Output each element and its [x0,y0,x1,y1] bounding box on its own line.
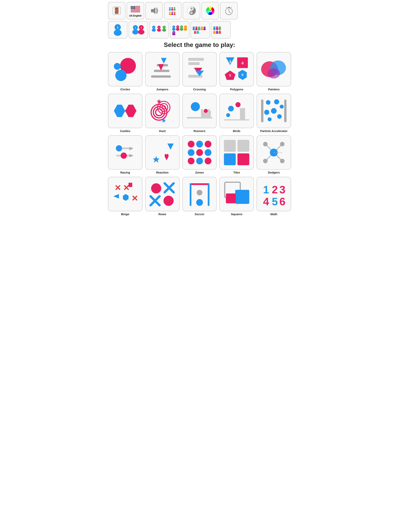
svg-point-251 [197,190,202,196]
game-item-crossing[interactable]: Crossing [182,52,217,91]
game-item-jumpers[interactable]: Jumpers [145,52,180,91]
svg-point-216 [196,141,203,147]
game-item-racing[interactable]: Racing [108,135,142,174]
colorwheel-button[interactable] [201,2,219,19]
svg-point-19 [134,7,135,7]
svg-text:6: 6 [242,73,244,77]
svg-point-38 [131,9,131,9]
game-card-rows[interactable] [145,177,180,211]
math-icon: 1 2 3 4 5 6 [260,180,288,208]
game-item-particle-accelerator[interactable]: Particle Accelerator [257,94,291,133]
game-item-soccer[interactable]: Soccer [182,177,217,216]
game-card-polygons[interactable]: 3 4 5 6 [219,52,254,86]
game-card-birds[interactable] [219,94,254,128]
svg-text:5: 5 [229,73,231,77]
game-card-particle-accelerator[interactable] [257,94,291,128]
game-item-tiles[interactable]: Tiles [219,135,254,174]
svg-point-20 [131,7,131,7]
game-item-reaction[interactable]: Reaction [145,135,180,174]
castles-icon [111,97,139,125]
game-item-rows[interactable]: Rows [145,177,180,216]
game-item-math[interactable]: 1 2 3 4 5 6 Math [257,177,291,216]
game-card-jumpers[interactable] [145,52,180,86]
game-label-math: Math [270,212,277,216]
game-card-castles[interactable] [108,94,142,128]
game-item-birds[interactable]: Birds [219,94,254,133]
svg-point-28 [134,7,134,8]
sound-button[interactable] [145,2,163,19]
svg-rect-224 [224,140,236,152]
svg-rect-8 [131,11,140,12]
game-label-hunt: Hunt [159,129,166,133]
game-item-bingo[interactable]: ✕ ✕ ✕ Bingo [108,177,142,216]
language-button[interactable]: US English [127,2,144,19]
game-item-painters[interactable]: Painters [257,52,291,91]
svg-text:3: 3 [164,26,165,28]
svg-text:6: 6 [280,196,286,208]
player-2-button[interactable]: 1 2 [129,21,148,38]
svg-marker-43 [151,7,155,14]
game-item-castles[interactable]: Castles [108,94,142,133]
yinyang-button[interactable] [183,2,200,19]
game-card-circles[interactable] [108,52,142,86]
crossing-icon [186,55,214,83]
svg-text:2: 2 [141,26,142,29]
game-card-painters[interactable] [257,52,291,86]
svg-point-66 [191,13,192,13]
game-card-crossing[interactable] [182,52,217,86]
svg-rect-193 [224,119,249,120]
players-config-button[interactable]: 1 2 3 4 5 6 [164,2,182,19]
svg-point-210 [121,152,127,159]
exit-button[interactable]: 🚪 [108,2,125,19]
reaction-icon [148,139,176,167]
svg-point-107 [184,28,187,31]
game-card-hunt[interactable] [145,94,180,128]
svg-point-223 [205,158,211,164]
svg-point-231 [280,142,284,146]
svg-point-89 [152,29,156,32]
svg-rect-199 [284,100,287,122]
game-item-zones[interactable]: Zones [182,135,217,174]
game-item-runners[interactable]: Runners [182,94,217,133]
player-5-button[interactable]: 1 2 3 4 5 4 5 [191,21,210,38]
svg-point-48 [171,9,174,11]
svg-point-45 [169,9,171,11]
game-card-racing[interactable] [108,135,142,170]
game-card-tiles[interactable] [219,135,254,170]
game-card-dodgers[interactable] [257,135,291,170]
svg-point-13 [133,6,134,6]
player-1-button[interactable]: 1 [108,21,127,38]
timer-icon [224,6,234,15]
svg-point-233 [263,159,268,163]
svg-point-30 [132,8,132,8]
game-item-squares[interactable]: Squares [219,177,254,216]
svg-text:2: 2 [177,26,178,28]
game-item-hunt[interactable]: Hunt [145,94,180,133]
svg-point-10 [131,6,131,6]
game-item-polygons[interactable]: 3 4 5 6 Polygons [219,52,254,91]
page-title: Select the game to play: [108,41,291,49]
timer-button[interactable] [220,2,238,19]
game-card-math[interactable]: 1 2 3 4 5 6 [257,177,291,211]
game-label-reaction: Reaction [156,171,168,174]
game-card-soccer[interactable] [182,177,217,211]
player-4-button[interactable]: 1 2 3 4 5 [170,21,189,38]
svg-rect-254 [235,190,249,204]
player-6-button[interactable]: 1 2 3 4 5 6 [211,21,231,38]
svg-point-146 [216,32,219,34]
svg-point-125 [203,28,206,30]
svg-rect-6 [131,9,140,10]
player-3-button[interactable]: 1 2 3 [149,21,169,38]
game-card-squares[interactable] [219,177,254,211]
game-card-runners[interactable] [182,94,217,128]
game-item-dodgers[interactable]: Dodgers [257,135,291,174]
game-card-bingo[interactable]: ✕ ✕ ✕ [108,177,142,211]
svg-point-220 [205,149,211,156]
tiles-icon [223,139,251,167]
svg-point-24 [134,7,134,7]
painters-icon [260,55,288,83]
game-label-polygons: Polygons [230,88,243,91]
game-item-circles[interactable]: Circles [108,52,142,91]
game-card-zones[interactable] [182,135,217,170]
game-card-reaction[interactable] [145,135,180,170]
